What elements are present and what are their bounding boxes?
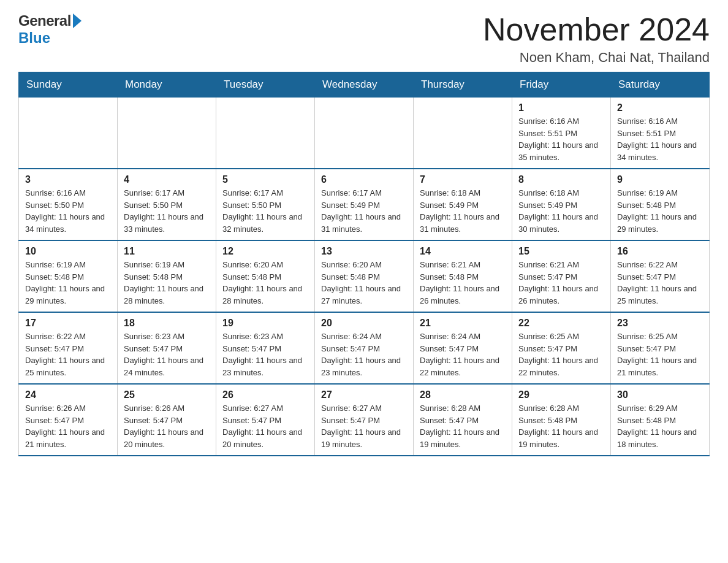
day-info: Sunrise: 6:18 AM Sunset: 5:49 PM Dayligh…: [420, 187, 506, 235]
day-number: 3: [25, 174, 111, 185]
weekday-header-sunday: Sunday: [19, 72, 118, 98]
calendar-cell: 4Sunrise: 6:17 AM Sunset: 5:50 PM Daylig…: [118, 169, 216, 240]
calendar-cell: 22Sunrise: 6:25 AM Sunset: 5:47 PM Dayli…: [512, 312, 611, 384]
day-info: Sunrise: 6:26 AM Sunset: 5:47 PM Dayligh…: [25, 402, 111, 450]
day-info: Sunrise: 6:17 AM Sunset: 5:50 PM Dayligh…: [124, 187, 210, 235]
calendar-cell: 11Sunrise: 6:19 AM Sunset: 5:48 PM Dayli…: [118, 240, 216, 312]
day-number: 12: [222, 246, 308, 257]
day-number: 22: [518, 318, 604, 329]
calendar-cell: 13Sunrise: 6:20 AM Sunset: 5:48 PM Dayli…: [315, 240, 414, 312]
day-number: 7: [420, 174, 506, 185]
day-number: 2: [617, 102, 703, 113]
week-row-3: 10Sunrise: 6:19 AM Sunset: 5:48 PM Dayli…: [19, 240, 710, 312]
day-number: 4: [124, 174, 210, 185]
day-info: Sunrise: 6:18 AM Sunset: 5:49 PM Dayligh…: [518, 187, 604, 235]
day-number: 19: [222, 318, 308, 329]
day-info: Sunrise: 6:20 AM Sunset: 5:48 PM Dayligh…: [222, 259, 308, 307]
day-info: Sunrise: 6:16 AM Sunset: 5:51 PM Dayligh…: [617, 115, 703, 163]
calendar-cell: 10Sunrise: 6:19 AM Sunset: 5:48 PM Dayli…: [19, 240, 118, 312]
day-info: Sunrise: 6:25 AM Sunset: 5:47 PM Dayligh…: [518, 331, 604, 378]
calendar-cell: 29Sunrise: 6:28 AM Sunset: 5:48 PM Dayli…: [512, 384, 611, 456]
day-number: 25: [124, 389, 210, 400]
day-number: 1: [518, 102, 604, 113]
day-number: 15: [518, 246, 604, 257]
page-subtitle: Noen Kham, Chai Nat, Thailand: [483, 50, 710, 66]
day-number: 28: [420, 389, 506, 400]
page-header: General Blue November 2024 Noen Kham, Ch…: [18, 12, 710, 66]
calendar-header: SundayMondayTuesdayWednesdayThursdayFrid…: [19, 72, 710, 98]
calendar-cell: 26Sunrise: 6:27 AM Sunset: 5:47 PM Dayli…: [216, 384, 315, 456]
logo-triangle-icon: [73, 13, 82, 28]
weekday-header-monday: Monday: [118, 72, 216, 98]
day-info: Sunrise: 6:23 AM Sunset: 5:47 PM Dayligh…: [124, 331, 210, 378]
day-info: Sunrise: 6:20 AM Sunset: 5:48 PM Dayligh…: [321, 259, 407, 307]
day-info: Sunrise: 6:25 AM Sunset: 5:47 PM Dayligh…: [617, 331, 703, 378]
calendar-cell: 23Sunrise: 6:25 AM Sunset: 5:47 PM Dayli…: [611, 312, 710, 384]
day-info: Sunrise: 6:17 AM Sunset: 5:50 PM Dayligh…: [222, 187, 308, 235]
calendar-cell: 27Sunrise: 6:27 AM Sunset: 5:47 PM Dayli…: [315, 384, 414, 456]
day-info: Sunrise: 6:22 AM Sunset: 5:47 PM Dayligh…: [617, 259, 703, 307]
calendar-cell: [216, 98, 315, 169]
day-info: Sunrise: 6:22 AM Sunset: 5:47 PM Dayligh…: [25, 331, 111, 378]
weekday-header-row: SundayMondayTuesdayWednesdayThursdayFrid…: [19, 72, 710, 98]
calendar-cell: 14Sunrise: 6:21 AM Sunset: 5:48 PM Dayli…: [414, 240, 512, 312]
day-info: Sunrise: 6:21 AM Sunset: 5:47 PM Dayligh…: [518, 259, 604, 307]
weekday-header-saturday: Saturday: [611, 72, 710, 98]
calendar-cell: [315, 98, 414, 169]
day-number: 11: [124, 246, 210, 257]
day-number: 24: [25, 389, 111, 400]
day-number: 8: [518, 174, 604, 185]
day-number: 29: [518, 389, 604, 400]
day-info: Sunrise: 6:17 AM Sunset: 5:49 PM Dayligh…: [321, 187, 407, 235]
calendar-cell: 17Sunrise: 6:22 AM Sunset: 5:47 PM Dayli…: [19, 312, 118, 384]
calendar-table: SundayMondayTuesdayWednesdayThursdayFrid…: [18, 72, 710, 456]
calendar-cell: 12Sunrise: 6:20 AM Sunset: 5:48 PM Dayli…: [216, 240, 315, 312]
calendar-cell: 21Sunrise: 6:24 AM Sunset: 5:47 PM Dayli…: [414, 312, 512, 384]
calendar-cell: 2Sunrise: 6:16 AM Sunset: 5:51 PM Daylig…: [611, 98, 710, 169]
day-number: 27: [321, 389, 407, 400]
calendar-cell: 1Sunrise: 6:16 AM Sunset: 5:51 PM Daylig…: [512, 98, 611, 169]
day-number: 20: [321, 318, 407, 329]
day-number: 18: [124, 318, 210, 329]
calendar-cell: 19Sunrise: 6:23 AM Sunset: 5:47 PM Dayli…: [216, 312, 315, 384]
calendar-cell: 18Sunrise: 6:23 AM Sunset: 5:47 PM Dayli…: [118, 312, 216, 384]
day-info: Sunrise: 6:29 AM Sunset: 5:48 PM Dayligh…: [617, 402, 703, 450]
day-info: Sunrise: 6:28 AM Sunset: 5:48 PM Dayligh…: [518, 402, 604, 450]
day-number: 6: [321, 174, 407, 185]
day-number: 21: [420, 318, 506, 329]
day-number: 23: [617, 318, 703, 329]
day-info: Sunrise: 6:24 AM Sunset: 5:47 PM Dayligh…: [420, 331, 506, 378]
day-number: 14: [420, 246, 506, 257]
day-number: 26: [222, 389, 308, 400]
calendar-cell: 7Sunrise: 6:18 AM Sunset: 5:49 PM Daylig…: [414, 169, 512, 240]
day-number: 13: [321, 246, 407, 257]
logo: General Blue: [18, 12, 82, 47]
day-info: Sunrise: 6:16 AM Sunset: 5:51 PM Dayligh…: [518, 115, 604, 163]
day-number: 10: [25, 246, 111, 257]
calendar-cell: 9Sunrise: 6:19 AM Sunset: 5:48 PM Daylig…: [611, 169, 710, 240]
calendar-cell: 28Sunrise: 6:28 AM Sunset: 5:47 PM Dayli…: [414, 384, 512, 456]
day-info: Sunrise: 6:16 AM Sunset: 5:50 PM Dayligh…: [25, 187, 111, 235]
page-title: November 2024: [483, 12, 710, 47]
day-info: Sunrise: 6:23 AM Sunset: 5:47 PM Dayligh…: [222, 331, 308, 378]
title-section: November 2024 Noen Kham, Chai Nat, Thail…: [483, 12, 710, 66]
logo-general-text: General: [18, 12, 71, 29]
day-number: 5: [222, 174, 308, 185]
calendar-cell: 25Sunrise: 6:26 AM Sunset: 5:47 PM Dayli…: [118, 384, 216, 456]
calendar-cell: 15Sunrise: 6:21 AM Sunset: 5:47 PM Dayli…: [512, 240, 611, 312]
weekday-header-friday: Friday: [512, 72, 611, 98]
day-info: Sunrise: 6:19 AM Sunset: 5:48 PM Dayligh…: [25, 259, 111, 307]
calendar-cell: 20Sunrise: 6:24 AM Sunset: 5:47 PM Dayli…: [315, 312, 414, 384]
week-row-5: 24Sunrise: 6:26 AM Sunset: 5:47 PM Dayli…: [19, 384, 710, 456]
logo-blue-text: Blue: [18, 29, 50, 47]
calendar-cell: 5Sunrise: 6:17 AM Sunset: 5:50 PM Daylig…: [216, 169, 315, 240]
calendar-cell: 24Sunrise: 6:26 AM Sunset: 5:47 PM Dayli…: [19, 384, 118, 456]
calendar-cell: [414, 98, 512, 169]
day-info: Sunrise: 6:27 AM Sunset: 5:47 PM Dayligh…: [321, 402, 407, 450]
calendar-cell: 30Sunrise: 6:29 AM Sunset: 5:48 PM Dayli…: [611, 384, 710, 456]
week-row-2: 3Sunrise: 6:16 AM Sunset: 5:50 PM Daylig…: [19, 169, 710, 240]
calendar-cell: 16Sunrise: 6:22 AM Sunset: 5:47 PM Dayli…: [611, 240, 710, 312]
day-number: 17: [25, 318, 111, 329]
day-number: 30: [617, 389, 703, 400]
day-info: Sunrise: 6:26 AM Sunset: 5:47 PM Dayligh…: [124, 402, 210, 450]
